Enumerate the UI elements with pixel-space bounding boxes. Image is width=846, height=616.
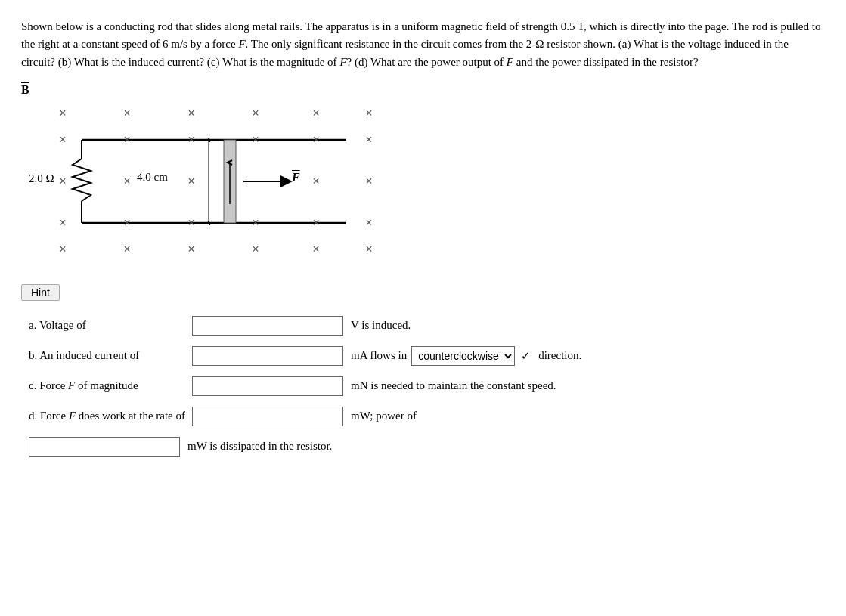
direction-dropdown[interactable]: counterclockwise clockwise: [412, 347, 514, 365]
direction-dropdown-wrapper[interactable]: counterclockwise clockwise: [411, 346, 515, 366]
b-field-label: B: [21, 83, 445, 97]
x-mark: ×: [187, 106, 195, 121]
x-mark: ×: [187, 242, 195, 257]
answer-d-label: d. Force F does work at the rate of: [29, 410, 187, 423]
x-mark: ×: [365, 132, 373, 147]
answer-d-suffix1: mW; power of: [351, 410, 417, 423]
x-mark: ×: [252, 106, 259, 121]
x-mark: ×: [252, 242, 259, 257]
x-mark: ×: [312, 174, 320, 189]
x-mark: ×: [59, 242, 67, 257]
distance-label: 4.0 cm: [137, 171, 168, 184]
x-mark: ×: [123, 215, 131, 231]
x-mark: ×: [59, 215, 67, 231]
answers-section: a. Voltage of V is induced. b. An induce…: [29, 316, 825, 457]
answer-a-input[interactable]: [192, 316, 343, 336]
hint-button[interactable]: Hint: [21, 284, 60, 301]
checkmark-b: ✓: [521, 349, 531, 363]
problem-text: Shown below is a conducting rod that sli…: [21, 18, 825, 71]
overline-f: F: [292, 171, 300, 184]
force-italic-2: F: [339, 56, 346, 68]
x-mark: ×: [252, 215, 259, 231]
x-mark: ×: [59, 174, 67, 189]
x-mark: ×: [187, 174, 195, 189]
problem-text-3: ? (d) What are the power output of: [347, 56, 507, 68]
x-mark: ×: [365, 215, 373, 231]
x-mark: ×: [123, 132, 131, 147]
answer-d-input1[interactable]: [192, 407, 343, 426]
x-mark: ×: [123, 174, 131, 189]
diagram-area: B: [21, 83, 445, 265]
x-mark: ×: [312, 242, 320, 257]
b-overline: B: [21, 83, 29, 97]
x-mark: ×: [123, 106, 131, 121]
x-mark: ×: [187, 215, 195, 231]
x-mark: ×: [312, 132, 320, 147]
field-grid: 2.0 Ω 4.0 cm F × × × × × × × × × × × × ×…: [21, 98, 399, 265]
answer-row-b: b. An induced current of mA flows in cou…: [29, 346, 825, 366]
answer-row-a: a. Voltage of V is induced.: [29, 316, 825, 336]
resistor-label: 2.0 Ω: [29, 172, 54, 185]
answer-a-suffix: V is induced.: [351, 319, 411, 332]
circuit-svg: [21, 98, 399, 265]
answer-row-d1: d. Force F does work at the rate of mW; …: [29, 407, 825, 426]
x-mark: ×: [365, 242, 373, 257]
answer-c-label: c. Force F of magnitude: [29, 379, 187, 392]
answer-b-suffix-after: direction.: [538, 349, 581, 362]
x-mark: ×: [252, 132, 259, 147]
x-mark: ×: [123, 242, 131, 257]
answer-c-input[interactable]: [192, 376, 343, 396]
answer-b-label: b. An induced current of: [29, 349, 187, 362]
answer-row-d2: mW is dissipated in the resistor.: [29, 437, 825, 457]
force-italic-1: F: [238, 38, 245, 50]
x-mark: ×: [59, 106, 67, 121]
answer-d-suffix2: mW is dissipated in the resistor.: [187, 440, 332, 453]
x-mark: ×: [59, 132, 67, 147]
x-mark: ×: [187, 132, 195, 147]
x-mark: ×: [312, 106, 320, 121]
answer-b-suffix-before: mA flows in: [351, 349, 407, 362]
force-arrow-label: F: [292, 171, 300, 184]
x-mark: ×: [365, 106, 373, 121]
force-italic-3: F: [507, 56, 513, 68]
answer-c-suffix: mN is needed to maintain the constant sp…: [351, 379, 556, 392]
answer-row-c: c. Force F of magnitude mN is needed to …: [29, 376, 825, 396]
answer-b-input[interactable]: [192, 346, 343, 366]
x-mark: ×: [365, 174, 373, 189]
answer-a-label: a. Voltage of: [29, 319, 187, 332]
x-mark: ×: [312, 215, 320, 231]
problem-text-4: and the power dissipated in the resistor…: [513, 56, 699, 68]
answer-d-input2[interactable]: [29, 437, 180, 457]
